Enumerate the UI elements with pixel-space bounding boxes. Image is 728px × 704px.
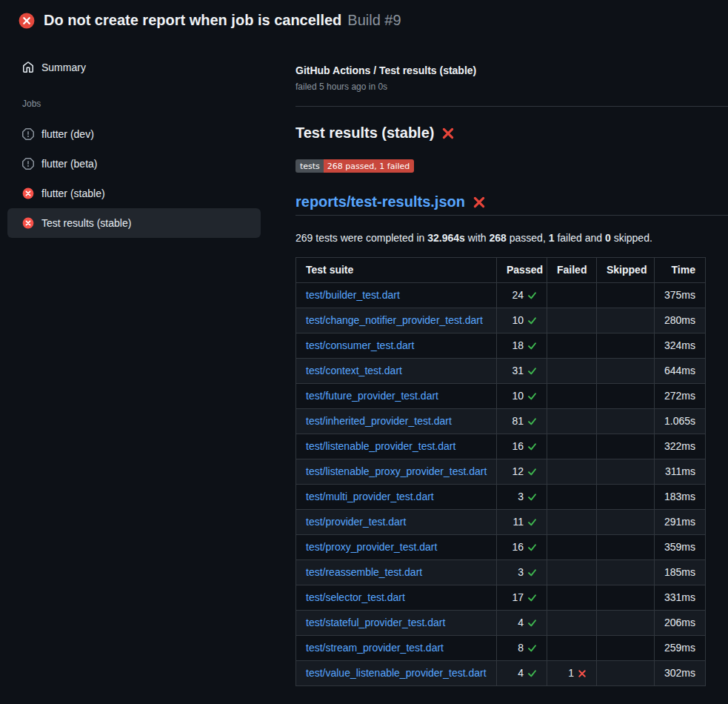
time-cell: 359ms [655, 535, 706, 560]
test-suite-link[interactable]: test/reassemble_test.dart [306, 566, 422, 578]
column-header-time: Time [655, 258, 706, 283]
test-suite-link[interactable]: test/multi_provider_test.dart [306, 491, 434, 502]
test-suite-link[interactable]: test/stream_provider_test.dart [306, 642, 444, 654]
report-link[interactable]: reports/test-results.json [295, 193, 465, 210]
badge-value: 268 passed, 1 failed [324, 159, 414, 173]
summary-label: Summary [41, 62, 86, 73]
skipped-cell [597, 333, 655, 359]
summary-failed-count: 1 [549, 232, 555, 244]
build-number: Build #9 [347, 12, 401, 29]
passed-cell: 10 [497, 308, 547, 333]
suite-cell: test/change_notifier_provider_test.dart [296, 308, 497, 333]
suite-cell: test/consumer_test.dart [296, 333, 497, 359]
suite-cell: test/reassemble_test.dart [296, 560, 497, 585]
table-row: test/reassemble_test.dart3185ms [296, 560, 706, 585]
suite-cell: test/listenable_provider_test.dart [296, 434, 497, 459]
x-icon [578, 669, 587, 678]
job-label: Test results (stable) [41, 217, 131, 229]
passed-cell: 4 [497, 661, 547, 686]
summary-skipped-count: 0 [605, 232, 611, 244]
failed-cell: 1 [547, 661, 597, 686]
time-cell: 644ms [655, 359, 706, 384]
test-suite-link[interactable]: test/value_listenable_provider_test.dart [306, 667, 487, 679]
summary-text: passed, [507, 232, 549, 244]
report-title-row: reports/test-results.json [295, 193, 728, 216]
test-suite-link[interactable]: test/change_notifier_provider_test.dart [306, 314, 483, 326]
table-header-row: Test suitePassedFailedSkippedTime [296, 258, 706, 283]
suite-cell: test/future_provider_test.dart [296, 384, 497, 409]
sidebar-item-flutter-beta[interactable]: flutter (beta) [7, 149, 261, 179]
passed-cell: 4 [497, 611, 547, 636]
suite-cell: test/provider_test.dart [296, 510, 497, 535]
failed-icon [22, 217, 34, 229]
failed-cell [547, 384, 597, 409]
column-header-failed: Failed [547, 258, 597, 283]
time-cell: 206ms [655, 611, 706, 636]
sidebar-jobs-list: flutter (dev)flutter (beta)flutter (stab… [7, 119, 261, 238]
failed-cell [547, 636, 597, 661]
passed-cell: 16 [497, 434, 547, 459]
skipped-cell [597, 283, 655, 308]
main-content: GitHub Actions / Test results (stable) f… [295, 40, 728, 686]
check-icon [527, 492, 537, 502]
check-icon [527, 290, 537, 300]
failed-cell [547, 611, 597, 636]
passed-cell: 17 [497, 585, 547, 611]
suite-cell: test/multi_provider_test.dart [296, 485, 497, 510]
passed-cell: 16 [497, 535, 547, 560]
test-suite-link[interactable]: test/listenable_provider_test.dart [306, 440, 455, 452]
sidebar-item-flutter-dev[interactable]: flutter (dev) [7, 119, 261, 149]
suite-cell: test/inherited_provider_test.dart [296, 409, 497, 434]
skipped-cell [597, 585, 655, 611]
check-icon [527, 542, 537, 552]
test-suite-link[interactable]: test/listenable_proxy_provider_test.dart [306, 465, 487, 477]
suite-cell: test/value_listenable_provider_test.dart [296, 661, 497, 686]
test-suite-link[interactable]: test/context_test.dart [306, 365, 402, 376]
suite-cell: test/proxy_provider_test.dart [296, 535, 497, 560]
skipped-cell [597, 636, 655, 661]
passed-cell: 3 [497, 560, 547, 585]
tests-summary: 269 tests were completed in 32.964s with… [295, 232, 705, 245]
sidebar-item-flutter-stable[interactable]: flutter (stable) [7, 179, 261, 208]
table-row: test/stream_provider_test.dart8259ms [296, 636, 706, 661]
test-suite-link[interactable]: test/selector_test.dart [306, 591, 405, 603]
time-cell: 280ms [655, 308, 706, 333]
test-suite-link[interactable]: test/provider_test.dart [306, 516, 406, 528]
job-label: flutter (beta) [41, 158, 97, 170]
passed-cell: 3 [497, 485, 547, 510]
test-suite-link[interactable]: test/future_provider_test.dart [306, 390, 438, 402]
check-run-header: Do not create report when job is cancell… [0, 0, 728, 40]
failed-x-icon [441, 127, 455, 140]
skipped-cell [597, 434, 655, 459]
suite-cell: test/selector_test.dart [296, 585, 497, 611]
time-cell: 183ms [655, 485, 706, 510]
status-line: failed 5 hours ago in 0s [295, 82, 705, 92]
sidebar-item-summary[interactable]: Summary [7, 53, 261, 82]
check-suite-title: Do not create report when job is cancell… [44, 12, 341, 29]
skipped-cell [597, 409, 655, 434]
check-icon [527, 593, 537, 602]
time-cell: 302ms [655, 661, 706, 686]
test-suite-link[interactable]: test/consumer_test.dart [306, 339, 414, 351]
test-suite-link[interactable]: test/proxy_provider_test.dart [306, 541, 437, 553]
passed-cell: 10 [497, 384, 547, 409]
passed-cell: 31 [497, 359, 547, 384]
failed-cell [547, 409, 597, 434]
failed-cell [547, 459, 597, 485]
sidebar-item-test-results-stable[interactable]: Test results (stable) [7, 208, 261, 238]
check-icon [527, 568, 537, 577]
check-icon [527, 467, 537, 476]
skipped-cell [597, 308, 655, 333]
test-suite-link[interactable]: test/stateful_provider_test.dart [306, 617, 445, 628]
time-cell: 331ms [655, 585, 706, 611]
time-cell: 1.065s [655, 409, 706, 434]
test-suite-link[interactable]: test/inherited_provider_test.dart [306, 415, 452, 427]
summary-passed-count: 268 [490, 232, 507, 244]
table-row: test/listenable_provider_test.dart16322m… [296, 434, 706, 459]
test-suite-link[interactable]: test/builder_test.dart [306, 289, 400, 301]
time-cell: 311ms [655, 459, 706, 485]
failed-cell [547, 560, 597, 585]
skipped-cell [597, 535, 655, 560]
table-row: test/stateful_provider_test.dart4206ms [296, 611, 706, 636]
column-header-skipped: Skipped [597, 258, 655, 283]
